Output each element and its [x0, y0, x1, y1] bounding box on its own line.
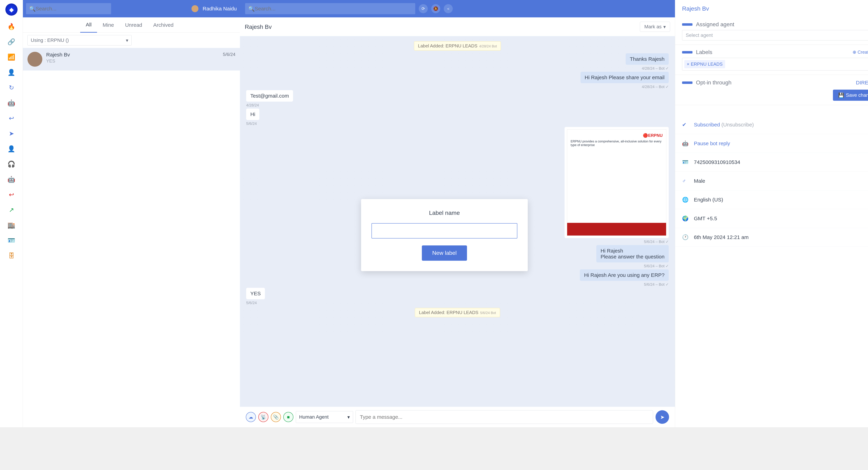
label-modal: Label name New label	[361, 199, 528, 271]
label-name-input[interactable]	[372, 223, 517, 238]
modal-overlay[interactable]: Label name New label	[0, 0, 868, 470]
new-label-button[interactable]: New label	[422, 245, 467, 261]
modal-title: Label name	[429, 209, 460, 216]
